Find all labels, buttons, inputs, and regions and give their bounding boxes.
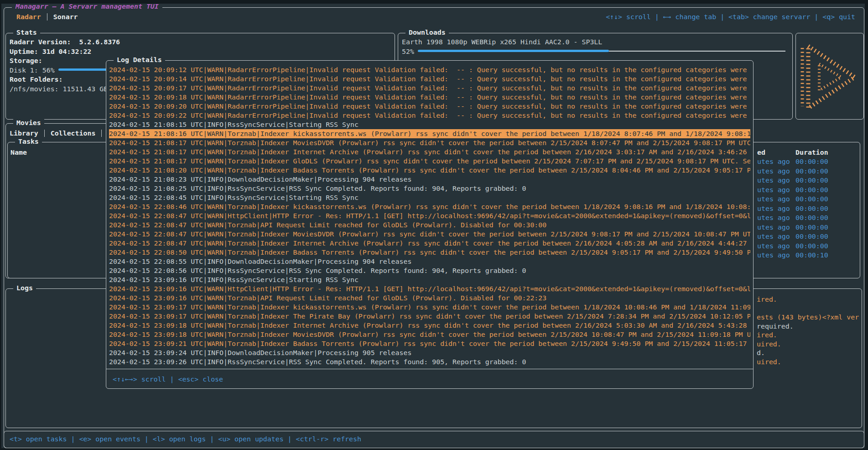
log-detail-line[interactable]: 2024-02-15 23:09:21 UTC|WARN|Torznab|Ind…	[109, 339, 750, 348]
task-duration: 00:00:00	[795, 167, 828, 176]
log-row-right-fragment: ired.	[757, 295, 777, 304]
log-row-right-fragment: ests (143 bytes)<?xml ver	[757, 313, 859, 322]
log-detail-line[interactable]: 2024-02-15 22:08:47 UTC|WARN|HttpClient|…	[109, 211, 750, 220]
stats-panel-title: Stats	[13, 28, 40, 37]
log-detail-line[interactable]: 2024-02-15 23:09:16 UTC|INFO|RssSyncServ…	[109, 275, 750, 284]
log-detail-line[interactable]: 2024-02-15 20:09:17 UTC|WARN|RadarrError…	[109, 84, 750, 93]
version-label: Radarr Version:	[10, 38, 71, 46]
log-detail-line[interactable]: 2024-02-15 23:09:17 UTC|WARN|Torznab|Ind…	[109, 312, 750, 321]
task-queued-fragment: utes ago	[757, 167, 790, 176]
task-duration: 00:00:00	[795, 213, 828, 223]
task-queued-fragment: utes ago	[757, 213, 790, 223]
tasks-queued-header-fragment: ed	[757, 148, 765, 157]
log-detail-line[interactable]: 2024-02-15 20:09:14 UTC|WARN|RadarrError…	[109, 74, 750, 84]
modal-footer-divider	[106, 369, 753, 369]
screen-edge-bottom	[0, 448, 868, 450]
tasks-panel-title: Tasks	[15, 137, 42, 146]
log-detail-line[interactable]: 2024-02-15 23:09:24 UTC|INFO|DownloadDec…	[109, 348, 750, 357]
log-detail-line[interactable]: 2024-02-15 21:08:17 UTC|WARN|Torznab|Ind…	[109, 147, 750, 157]
downloads-panel-title: Downloads	[405, 28, 449, 37]
task-duration: 00:00:00	[795, 176, 828, 185]
download-progress-row: 52%	[402, 47, 790, 57]
logs-panel-title: Logs	[13, 284, 36, 292]
version-value: 5.2.6.8376	[71, 38, 120, 46]
log-details-modal: Log Details 2024-02-15 20:09:12 UTC|WARN…	[106, 60, 754, 389]
tab-separator	[101, 130, 102, 137]
log-detail-line[interactable]: 2024-02-15 22:08:46 UTC|WARN|Torznab|Ind…	[109, 202, 750, 211]
tab-collections[interactable]: Collections	[51, 129, 96, 137]
log-detail-line[interactable]: 2024-02-15 20:09:20 UTC|WARN|RadarrError…	[109, 102, 750, 111]
log-detail-line[interactable]: 2024-02-15 20:09:22 UTC|WARN|RadarrError…	[109, 111, 750, 120]
servarr-tabs: RadarrSonarr	[16, 12, 78, 22]
log-row-right-fragment: ired.	[757, 331, 777, 340]
log-detail-line[interactable]: 2024-02-15 22:08:50 UTC|WARN|Torznab|Ind…	[109, 248, 750, 257]
log-detail-line[interactable]: 2024-02-15 21:08:25 UTC|INFO|RssSyncServ…	[109, 184, 750, 193]
task-duration: 00:00:00	[795, 223, 828, 232]
log-detail-line[interactable]: 2024-02-15 21:08:20 UTC|WARN|Torznab|Ind…	[109, 166, 750, 175]
log-row-right-fragment: uired.	[757, 340, 781, 349]
log-detail-line[interactable]: 2024-02-15 23:09:16 UTC|WARN|Torznab|API…	[109, 293, 750, 303]
task-queued-fragment: utes ago	[757, 241, 790, 251]
gauge-fill	[418, 50, 609, 52]
tab-separator	[47, 13, 47, 21]
top-keybindings: <↑↓> scroll | ←→ change tab | <tab> chan…	[606, 12, 855, 22]
log-detail-line[interactable]: 2024-02-15 20:09:12 UTC|WARN|RadarrError…	[109, 65, 750, 74]
task-queued-fragment: utes ago	[757, 204, 790, 214]
log-detail-line[interactable]: 2024-02-15 23:09:26 UTC|INFO|RssSyncServ…	[109, 357, 750, 366]
log-detail-line[interactable]: 2024-02-15 23:09:18 UTC|WARN|Torznab|Ind…	[109, 321, 750, 330]
download-item-name[interactable]: Earth 1998 1080p WEBRip x265 Hindi AAC2.…	[402, 37, 790, 47]
tab-library[interactable]: Library	[10, 129, 38, 137]
log-detail-line[interactable]: 2024-02-15 20:09:18 UTC|WARN|RadarrError…	[109, 93, 750, 102]
task-queued-fragment: utes ago	[757, 176, 790, 185]
tasks-duration-header: Duration	[795, 148, 828, 157]
log-row-right-fragment: uired.	[757, 358, 781, 367]
log-detail-line[interactable]: 2024-02-15 22:08:45 UTC|INFO|RssSyncServ…	[109, 193, 750, 202]
task-queued-fragment: utes ago	[757, 232, 790, 241]
task-duration: 00:00:00	[795, 194, 828, 204]
log-row[interactable]: 2024-02-15 23:09:24 UTC|INFO|DownloadDec…	[9, 393, 861, 403]
modal-keybindings: <↑↓←→> scroll | <esc> close	[113, 375, 223, 384]
download-percent-label: 52%	[402, 47, 414, 56]
log-detail-line[interactable]: 2024-02-15 22:08:47 UTC|WARN|Torznab|API…	[109, 220, 750, 230]
task-queued-fragment: utes ago	[757, 223, 790, 232]
log-detail-line[interactable]: 2024-02-15 23:09:16 UTC|WARN|HttpClient|…	[109, 284, 750, 293]
task-duration: 00:00:00	[795, 157, 828, 167]
log-detail-line[interactable]: 2024-02-15 23:09:17 UTC|WARN|Torznab|Ind…	[109, 303, 750, 312]
tab-radarr[interactable]: Radarr	[16, 13, 41, 21]
download-progress-gauge	[418, 50, 785, 52]
log-detail-line[interactable]: 2024-02-15 21:08:16 UTC|WARN|Torznab|Ind…	[109, 129, 750, 138]
screen-edge-left	[0, 0, 1, 450]
log-details-list[interactable]: 2024-02-15 20:09:12 UTC|WARN|RadarrError…	[109, 65, 750, 367]
log-details-title: Log Details	[114, 56, 165, 64]
movies-panel-title: Movies	[13, 119, 44, 127]
log-detail-line[interactable]: 2024-02-15 22:08:55 UTC|INFO|DownloadDec…	[109, 257, 750, 266]
tab-separator	[44, 130, 45, 137]
task-duration: 00:00:00	[795, 232, 828, 241]
screen-edge-right	[865, 0, 868, 450]
task-duration: 00:00:00	[795, 204, 828, 214]
managarr-logo-icon	[799, 42, 860, 112]
log-detail-line[interactable]: 2024-02-15 22:08:56 UTC|INFO|RssSyncServ…	[109, 266, 750, 275]
log-detail-line[interactable]: 2024-02-15 23:09:18 UTC|WARN|Torznab|Ind…	[109, 330, 750, 339]
disk-label: Disk 1: 56%	[10, 66, 55, 74]
log-detail-line[interactable]: 2024-02-15 22:08:47 UTC|WARN|Torznab|Ind…	[109, 230, 750, 239]
stats-version-row: Radarr Version: 5.2.6.8376	[10, 37, 392, 47]
task-duration: 00:00:00	[795, 241, 828, 251]
screen-edge-top	[0, 0, 868, 4]
tab-sonarr[interactable]: Sonarr	[53, 13, 78, 21]
log-row-right-fragment: d.	[757, 349, 765, 358]
log-detail-line[interactable]: 2024-02-15 21:08:17 UTC|WARN|Torznab|Ind…	[109, 157, 750, 166]
uptime-value: 31d 04:32:22	[38, 47, 92, 56]
movies-tabs: LibraryCollections	[10, 129, 108, 138]
log-detail-line[interactable]: 2024-02-15 21:08:17 UTC|WARN|Torznab|Ind…	[109, 138, 750, 147]
stats-uptime-row: Uptime: 31d 04:32:22	[10, 47, 392, 57]
log-row[interactable]: 2024-02-15 23:09:26 UTC|INFO|RssSyncServ…	[9, 402, 861, 411]
task-queued-fragment: utes ago	[757, 251, 790, 260]
log-detail-line[interactable]: 2024-02-15 21:08:23 UTC|INFO|DownloadDec…	[109, 175, 750, 184]
task-duration: 00:00:10	[795, 251, 828, 260]
task-duration: 00:00:00	[795, 185, 828, 195]
log-detail-line[interactable]: 2024-02-15 21:08:15 UTC|INFO|RssSyncServ…	[109, 120, 750, 129]
task-queued-fragment: utes ago	[757, 185, 790, 195]
downloads-content: Earth 1998 1080p WEBRip x265 Hindi AAC2.…	[402, 37, 790, 56]
log-detail-line[interactable]: 2024-02-15 22:08:47 UTC|WARN|Torznab|Ind…	[109, 239, 750, 248]
